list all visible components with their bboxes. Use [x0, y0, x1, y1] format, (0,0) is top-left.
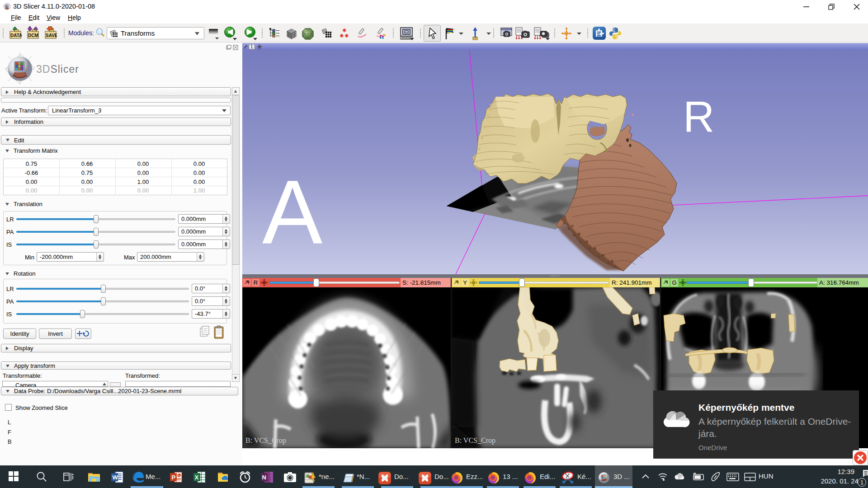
- svg-text:P: P: [172, 474, 176, 481]
- svg-text:DCM: DCM: [28, 33, 38, 38]
- svg-text:R: R: [683, 93, 714, 141]
- svg-text:✱: ✱: [342, 28, 346, 33]
- svg-text:N: N: [262, 474, 266, 481]
- svg-text:✱: ✱: [344, 33, 349, 38]
- svg-text:A: A: [262, 161, 323, 262]
- svg-text:W: W: [113, 474, 118, 481]
- svg-text:SAVE: SAVE: [46, 33, 57, 38]
- svg-text:DATA: DATA: [10, 33, 22, 38]
- svg-text:X: X: [195, 474, 199, 481]
- svg-text:✱: ✱: [340, 33, 344, 38]
- svg-text:3DSlicer: 3DSlicer: [36, 63, 79, 75]
- svg-text:1: 1: [250, 44, 253, 49]
- svg-text:B: VCS_Crop: B: VCS_Crop: [245, 436, 286, 445]
- svg-text:B: VCS_Crop: B: VCS_Crop: [455, 436, 495, 445]
